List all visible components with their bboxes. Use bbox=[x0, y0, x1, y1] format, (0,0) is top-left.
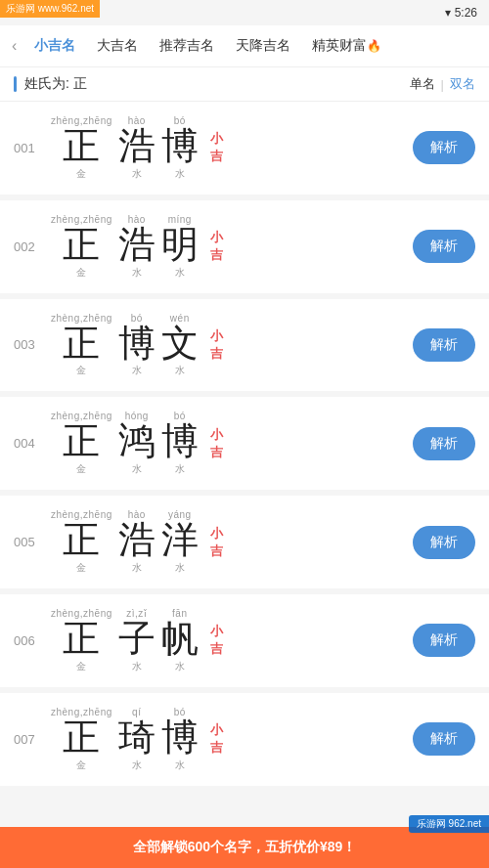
wuxing-label: 金 bbox=[76, 561, 86, 575]
char-group: bó博水 bbox=[118, 313, 156, 378]
name-item-left: 004zhèng,zhēng正金hóng鸿水bó博水小吉 bbox=[14, 411, 223, 476]
wuxing-label: 水 bbox=[132, 266, 142, 280]
type-divider: | bbox=[441, 77, 444, 92]
ji-badge: 小吉 bbox=[210, 721, 223, 757]
name-item: 001zhèng,zhēng正金hào浩水bó博水小吉解析 bbox=[0, 102, 489, 195]
hanzi-char: 正 bbox=[63, 225, 100, 266]
wuxing-label: 水 bbox=[132, 660, 142, 673]
wuxing-label: 水 bbox=[175, 660, 185, 673]
name-item: 006zhèng,zhēng正金zì,zǐ子水fān帆水小吉解析 bbox=[0, 594, 489, 687]
wuxing-label: 金 bbox=[76, 266, 86, 280]
analyze-button[interactable]: 解析 bbox=[413, 526, 475, 559]
char-group: míng明水 bbox=[161, 214, 199, 280]
char-group: zhèng,zhēng正金 bbox=[51, 608, 112, 673]
unlock-banner[interactable]: 全部解锁600个名字，五折优价¥89！ bbox=[0, 827, 489, 868]
hanzi-char: 正 bbox=[63, 717, 100, 759]
name-item-left: 002zhèng,zhēng正金hào浩水míng明水小吉 bbox=[14, 214, 223, 280]
wuxing-label: 金 bbox=[76, 462, 86, 476]
name-list: 001zhèng,zhēng正金hào浩水bó博水小吉解析002zhèng,zh… bbox=[0, 102, 489, 786]
hanzi-char: 正 bbox=[63, 421, 100, 462]
wuxing-label: 水 bbox=[175, 759, 185, 772]
name-item-left: 005zhèng,zhēng正金hào浩水yáng洋水小吉 bbox=[14, 509, 223, 575]
char-group: fān帆水 bbox=[161, 608, 199, 673]
hanzi-char: 博 bbox=[118, 324, 156, 365]
double-name-option[interactable]: 双名 bbox=[450, 75, 475, 93]
analyze-button[interactable]: 解析 bbox=[413, 624, 475, 657]
name-chars: zhèng,zhēng正金hào浩水bó博水小吉 bbox=[51, 115, 223, 181]
name-item-left: 007zhèng,zhēng正金qí琦水bó博水小吉 bbox=[14, 707, 223, 772]
char-group: zhèng,zhēng正金 bbox=[51, 214, 112, 280]
char-group: yáng洋水 bbox=[161, 509, 199, 575]
item-number: 005 bbox=[14, 535, 41, 549]
hanzi-char: 帆 bbox=[161, 619, 199, 660]
name-chars: zhèng,zhēng正金hào浩水yáng洋水小吉 bbox=[51, 509, 223, 575]
hanzi-char: 正 bbox=[63, 126, 100, 167]
wuxing-label: 水 bbox=[132, 167, 142, 181]
name-item: 003zhèng,zhēng正金bó博水wén文水小吉解析 bbox=[0, 299, 489, 392]
wuxing-label: 金 bbox=[76, 759, 86, 772]
char-group: hào浩水 bbox=[118, 509, 156, 575]
name-chars: zhèng,zhēng正金hóng鸿水bó博水小吉 bbox=[51, 411, 223, 476]
wuxing-label: 水 bbox=[132, 759, 142, 772]
ji-badge: 小吉 bbox=[210, 229, 223, 264]
hanzi-char: 琦 bbox=[118, 717, 156, 759]
item-number: 001 bbox=[14, 141, 41, 155]
ji-badge: 小吉 bbox=[210, 327, 223, 363]
tab-tianjiang[interactable]: 天降吉名 bbox=[226, 33, 300, 59]
hanzi-char: 正 bbox=[63, 324, 100, 365]
tab-daji[interactable]: 大吉名 bbox=[87, 33, 148, 59]
tab-jingying[interactable]: 精英财富🔥 bbox=[302, 33, 391, 59]
name-item-left: 001zhèng,zhēng正金hào浩水bó博水小吉 bbox=[14, 115, 223, 181]
hanzi-char: 鸿 bbox=[118, 421, 156, 462]
hanzi-char: 浩 bbox=[118, 520, 156, 561]
name-item: 002zhèng,zhēng正金hào浩水míng明水小吉解析 bbox=[0, 200, 489, 293]
name-item: 004zhèng,zhēng正金hóng鸿水bó博水小吉解析 bbox=[0, 397, 489, 490]
ji-badge: 小吉 bbox=[210, 130, 223, 165]
item-number: 003 bbox=[14, 337, 41, 352]
back-button[interactable]: ‹ bbox=[6, 33, 22, 59]
wuxing-label: 水 bbox=[175, 266, 185, 280]
hanzi-char: 洋 bbox=[161, 520, 199, 561]
item-number: 002 bbox=[14, 239, 41, 254]
wuxing-label: 水 bbox=[175, 167, 185, 181]
char-group: zì,zǐ子水 bbox=[118, 608, 156, 673]
ji-badge: 小吉 bbox=[210, 623, 223, 658]
analyze-button[interactable]: 解析 bbox=[413, 230, 475, 263]
hanzi-char: 正 bbox=[63, 619, 100, 660]
tab-tuijian[interactable]: 推荐吉名 bbox=[150, 33, 224, 59]
analyze-button[interactable]: 解析 bbox=[413, 427, 475, 460]
char-group: zhèng,zhēng正金 bbox=[51, 707, 112, 772]
analyze-button[interactable]: 解析 bbox=[413, 328, 475, 362]
hanzi-char: 正 bbox=[63, 520, 100, 561]
wuxing-label: 水 bbox=[175, 462, 185, 476]
hanzi-char: 浩 bbox=[118, 225, 156, 266]
char-group: zhèng,zhēng正金 bbox=[51, 509, 112, 575]
tab-xiaoji[interactable]: 小吉名 bbox=[24, 33, 85, 59]
single-name-option[interactable]: 单名 bbox=[410, 75, 435, 93]
item-number: 006 bbox=[14, 633, 41, 648]
watermark-top: 乐游网 www.962.net bbox=[0, 0, 100, 18]
char-group: hào浩水 bbox=[118, 115, 156, 181]
pinyin-label: bó bbox=[131, 313, 143, 324]
subtitle-row: 姓氏为: 正 单名 | 双名 bbox=[0, 67, 489, 102]
hanzi-char: 文 bbox=[161, 324, 199, 365]
hanzi-char: 博 bbox=[161, 126, 199, 167]
analyze-button[interactable]: 解析 bbox=[413, 722, 475, 756]
wuxing-label: 水 bbox=[132, 462, 142, 476]
name-chars: zhèng,zhēng正金zì,zǐ子水fān帆水小吉 bbox=[51, 608, 223, 673]
analyze-button[interactable]: 解析 bbox=[413, 131, 475, 164]
char-group: bó博水 bbox=[161, 707, 199, 772]
status-time: ▾ 5:26 bbox=[445, 6, 477, 20]
char-group: hào浩水 bbox=[118, 214, 156, 280]
item-number: 004 bbox=[14, 436, 41, 451]
char-group: qí琦水 bbox=[118, 707, 156, 772]
char-group: bó博水 bbox=[161, 411, 199, 476]
ji-badge: 小吉 bbox=[210, 426, 223, 461]
nav-tabs: ‹ 小吉名 大吉名 推荐吉名 天降吉名 精英财富🔥 bbox=[0, 25, 489, 67]
name-chars: zhèng,zhēng正金hào浩水míng明水小吉 bbox=[51, 214, 223, 280]
char-group: zhèng,zhēng正金 bbox=[51, 115, 112, 181]
ji-badge: 小吉 bbox=[210, 525, 223, 560]
wuxing-label: 水 bbox=[175, 561, 185, 575]
wifi-icon: ▾ bbox=[445, 6, 451, 20]
hanzi-char: 明 bbox=[161, 225, 199, 266]
